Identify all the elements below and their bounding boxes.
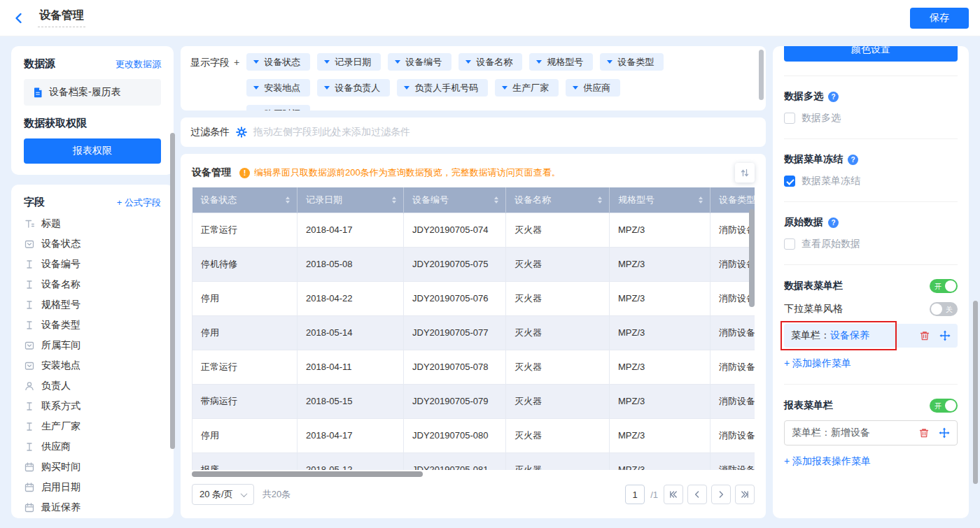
table-row[interactable]: 停机待修2018-05-08JDY20190705-075灭火器MPZ/3消防设… [192, 247, 755, 281]
field-item[interactable]: 设备状态 [24, 234, 161, 254]
table-vertical-scrollbar[interactable] [749, 209, 755, 307]
display-field-tag[interactable]: 生产厂家 [495, 79, 559, 97]
right-panel-scrollbar[interactable] [973, 301, 978, 484]
menu-freeze-checkbox[interactable] [784, 176, 795, 187]
column-header[interactable]: 规格型号 [610, 187, 710, 213]
field-item[interactable]: 最近保养 [24, 497, 161, 518]
display-field-tag[interactable]: 设备名称 [458, 53, 522, 71]
display-field-tag[interactable]: 规格型号 [529, 53, 593, 71]
sort-carets-icon[interactable] [598, 197, 602, 204]
table-horizontal-scrollbar[interactable] [192, 471, 423, 477]
first-page-button[interactable] [664, 485, 683, 504]
add-report-action-menu-link[interactable]: + 添加报表操作菜单 [784, 455, 958, 468]
add-action-menu-link[interactable]: + 添加操作菜单 [784, 357, 958, 370]
display-field-tag[interactable]: 设备编号 [388, 53, 451, 71]
settings-card: 颜色设置 数据多选 ? 数据多选 数据菜单冻结 ? 数据菜单冻结 原始数 [773, 46, 969, 518]
display-panel-scrollbar[interactable] [759, 50, 764, 100]
raw-data-checkbox[interactable] [784, 238, 795, 250]
field-item[interactable]: 供应商 [24, 436, 161, 457]
display-field-tag[interactable]: 记录日期 [317, 53, 381, 71]
field-item[interactable]: 设备编号 [24, 254, 161, 274]
table-row[interactable]: 停用2018-04-17JDY20190705-080灭火器MPZ/3消防设备 [192, 418, 755, 452]
table-menubar-item[interactable]: 菜单栏： 设备保养 [784, 324, 958, 348]
help-icon[interactable]: ? [828, 217, 839, 228]
report-menubar-toggle[interactable]: 开 [930, 399, 958, 413]
help-icon[interactable]: ? [828, 92, 839, 102]
table-row[interactable]: 正常运行2018-04-17JDY20190705-074灭火器MPZ/3消防设… [192, 213, 755, 247]
back-button[interactable] [11, 10, 27, 26]
help-icon[interactable]: ? [848, 155, 858, 165]
datasource-item[interactable]: 设备档案-履历表 [24, 79, 161, 106]
display-field-tag[interactable]: 负责人手机号码 [397, 79, 488, 97]
column-header[interactable]: 设备状态 [192, 187, 298, 213]
sort-carets-icon[interactable] [494, 197, 498, 204]
sort-carets-icon[interactable] [392, 197, 396, 204]
left-sidebar-scrollbar[interactable] [170, 133, 175, 449]
table-cell: JDY20190705-075 [404, 247, 506, 281]
next-page-button[interactable] [711, 485, 731, 504]
change-datasource-link[interactable]: 更改数据源 [115, 58, 161, 71]
move-icon[interactable] [939, 330, 951, 341]
display-field-tag[interactable]: 设备状态 [246, 53, 310, 71]
field-item[interactable]: 所属车间 [24, 335, 161, 355]
total-pages-label: /1 [650, 490, 658, 500]
field-label: 规格型号 [41, 299, 80, 311]
display-field-tag[interactable]: 购买时间 [246, 105, 310, 110]
table-row[interactable]: 停用2018-04-22JDY20190705-076灭火器MPZ/3消防设备 [192, 281, 755, 315]
multi-select-checkbox[interactable] [784, 113, 795, 124]
table-row[interactable]: 报废2018-05-12JDY20190705-081灭火器MPZ/3消防设备 [192, 452, 755, 470]
field-list: 标题 设备状态 设备编号 设备名称 规格型号 设备类型 所属车间 安装地点 负责… [24, 213, 161, 518]
table-cell: 消防设备 [710, 418, 755, 452]
color-settings-button[interactable]: 颜色设置 [784, 46, 958, 62]
display-field-tag[interactable]: 安装地点 [246, 79, 310, 97]
field-item[interactable]: 生产厂家 [24, 416, 161, 436]
field-item[interactable]: 规格型号 [24, 294, 161, 315]
table-row[interactable]: 停用2018-05-14JDY20190705-077灭火器MPZ/3消防设备 [192, 315, 755, 350]
prev-page-button[interactable] [687, 485, 707, 504]
preview-warning: ! 编辑界面只取数据源前200条作为查询数据预览，完整数据请访问页面查看。 [239, 166, 727, 179]
field-item[interactable]: 标题 [24, 213, 161, 234]
trash-icon[interactable] [918, 427, 930, 438]
sort-carets-icon[interactable] [699, 197, 703, 204]
table-cell: 2018-05-15 [298, 384, 404, 418]
dropdown-style-toggle[interactable]: 关 [930, 302, 958, 316]
gear-icon[interactable] [236, 127, 247, 138]
table-cell: 消防设备 [710, 315, 755, 350]
field-item[interactable]: 安装地点 [24, 355, 161, 376]
column-header[interactable]: 设备名称 [506, 187, 610, 213]
sort-button[interactable] [735, 163, 755, 183]
table-cell: 2018-04-22 [298, 281, 404, 315]
table-menubar-toggle[interactable]: 开 [930, 279, 958, 293]
field-item[interactable]: 设备类型 [24, 315, 161, 335]
report-menubar-item[interactable]: 菜单栏： 新增设备 [784, 420, 958, 445]
save-button[interactable]: 保存 [910, 8, 969, 29]
display-field-tag[interactable]: 设备类型 [600, 53, 664, 71]
column-header[interactable]: 设备编号 [404, 187, 506, 213]
table-menubar-title: 数据表菜单栏 [784, 280, 843, 292]
current-page-input[interactable]: 1 [625, 485, 645, 504]
menu-item-value[interactable]: 新增设备 [831, 427, 870, 439]
table-cell: 消防设备 [710, 350, 755, 384]
column-header[interactable]: 记录日期 [298, 187, 404, 213]
column-header[interactable]: 设备类型 [710, 187, 755, 213]
add-formula-field-link[interactable]: + 公式字段 [117, 197, 161, 209]
tag-label: 负责人手机号码 [414, 82, 478, 94]
move-icon[interactable] [939, 427, 950, 438]
trash-icon[interactable] [919, 330, 930, 341]
table-row[interactable]: 带病运行2018-05-15JDY20190705-079灭火器MPZ/3消防设… [192, 384, 755, 418]
sort-carets-icon[interactable] [286, 197, 290, 204]
field-item[interactable]: 购买时间 [24, 457, 161, 477]
field-item[interactable]: 启用日期 [24, 477, 161, 497]
page-size-select[interactable]: 20 条/页 [192, 484, 254, 505]
last-page-button[interactable] [735, 485, 755, 504]
report-permission-button[interactable]: 报表权限 [24, 138, 161, 164]
field-item[interactable]: 联系方式 [24, 396, 161, 416]
display-field-tag[interactable]: 供应商 [566, 79, 620, 97]
add-display-field-button[interactable]: + [234, 57, 239, 68]
field-item[interactable]: 负责人 [24, 376, 161, 396]
display-field-tag[interactable]: 设备负责人 [317, 79, 390, 97]
table-row[interactable]: 正常运行2018-04-11JDY20190705-078灭火器MPZ/3消防设… [192, 350, 755, 384]
field-item[interactable]: 设备名称 [24, 274, 161, 294]
table-cell: MPZ/3 [610, 452, 710, 470]
menu-item-value[interactable]: 设备保养 [830, 329, 869, 342]
